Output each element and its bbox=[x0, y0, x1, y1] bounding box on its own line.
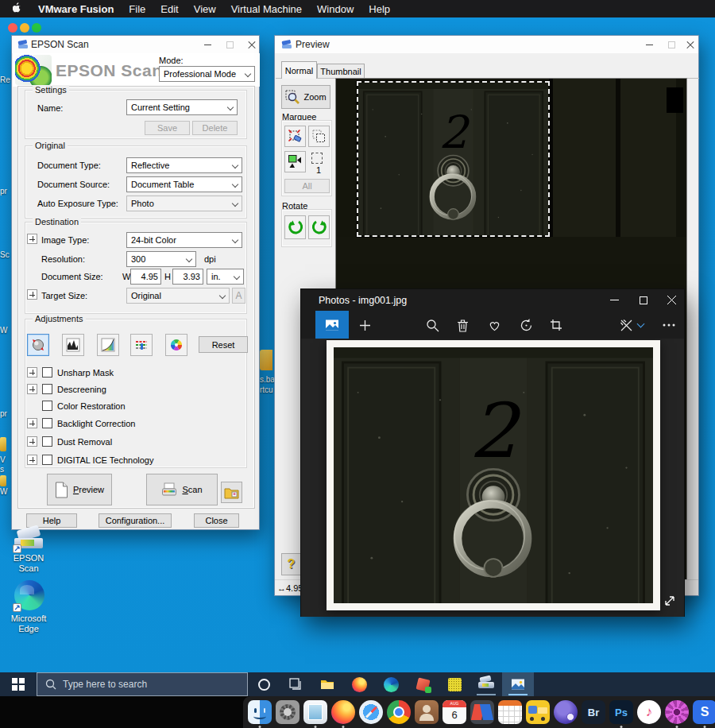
epson-maximize-button[interactable] bbox=[219, 36, 240, 53]
dock-calendar-icon[interactable]: AUG 6 bbox=[443, 700, 466, 724]
start-button[interactable] bbox=[0, 672, 37, 696]
preview-title-bar[interactable]: Preview bbox=[275, 36, 698, 53]
width-field[interactable] bbox=[130, 269, 161, 285]
color-restoration-checkbox[interactable] bbox=[42, 401, 52, 411]
dock-firefox-icon[interactable] bbox=[331, 700, 355, 724]
apple-icon[interactable] bbox=[13, 2, 23, 15]
cortana-button[interactable] bbox=[248, 672, 280, 696]
tab-normal[interactable]: Normal bbox=[281, 61, 317, 79]
scan-button[interactable]: Scan bbox=[146, 474, 218, 505]
unsharp-mask-checkbox[interactable] bbox=[42, 367, 52, 378]
document-source-select[interactable]: Document Table bbox=[126, 176, 242, 192]
dock-adobe-bridge-icon[interactable]: Br bbox=[582, 700, 605, 724]
descreening-expander[interactable] bbox=[27, 384, 37, 394]
zoom-button[interactable]: Zoom bbox=[281, 85, 330, 109]
desktop-icon-epson-scan[interactable]: EPSON Scan bbox=[3, 529, 54, 575]
see-more-button[interactable] bbox=[658, 314, 680, 336]
digital-ice-expander[interactable] bbox=[27, 455, 37, 465]
menu-view[interactable]: View bbox=[194, 3, 216, 15]
dock-scan-utility-icon[interactable] bbox=[554, 700, 578, 724]
target-size-edit-button[interactable]: A bbox=[232, 288, 245, 304]
task-view-button[interactable] bbox=[280, 672, 311, 696]
taskbar-thumbnail-button[interactable] bbox=[439, 672, 470, 696]
favorite-button[interactable] bbox=[483, 314, 505, 336]
backlight-correction-expander[interactable] bbox=[27, 418, 37, 428]
delete-button[interactable]: Delete bbox=[192, 121, 238, 135]
all-marquees-button[interactable]: All bbox=[284, 179, 330, 193]
delete-button[interactable] bbox=[451, 314, 473, 336]
image-type-expander[interactable] bbox=[27, 234, 37, 244]
file-explorer-button[interactable] bbox=[311, 672, 343, 696]
menu-edit[interactable]: Edit bbox=[160, 3, 178, 15]
dock-spreadsheet-icon[interactable] bbox=[498, 700, 522, 724]
dock-chrome-icon[interactable] bbox=[387, 700, 411, 724]
macos-close-button[interactable] bbox=[8, 23, 17, 33]
photos-minimize-button[interactable] bbox=[604, 289, 624, 311]
dock-music-icon[interactable]: ♪ bbox=[637, 700, 661, 724]
preview-button[interactable]: Preview bbox=[47, 474, 112, 505]
rotate-button[interactable] bbox=[515, 314, 537, 336]
taskbar-epson-scan-button[interactable] bbox=[470, 672, 502, 696]
auto-exposure-tool-button[interactable] bbox=[27, 334, 49, 356]
duplicate-marquee-button[interactable] bbox=[308, 126, 330, 147]
mode-select[interactable]: Professional Mode bbox=[159, 66, 255, 82]
dock-vmware-fusion-icon[interactable] bbox=[470, 700, 494, 724]
preview-minimize-button[interactable] bbox=[639, 36, 659, 53]
photos-title-bar[interactable]: Photos - img001.jpg bbox=[301, 289, 684, 311]
dock-safari-icon[interactable] bbox=[359, 700, 383, 724]
dock-system-preferences-icon[interactable] bbox=[276, 700, 300, 724]
menu-window[interactable]: Window bbox=[317, 3, 354, 15]
tab-thumbnail[interactable]: Thumbnail bbox=[317, 64, 365, 79]
menu-file[interactable]: File bbox=[129, 3, 145, 15]
descreening-checkbox[interactable] bbox=[42, 384, 52, 394]
taskbar-edge-button[interactable] bbox=[375, 672, 407, 696]
rotate-left-button[interactable] bbox=[284, 215, 306, 239]
document-type-select[interactable]: Reflective bbox=[126, 157, 242, 173]
dock-snagit-icon[interactable]: S bbox=[693, 700, 715, 724]
epson-close-button[interactable] bbox=[242, 36, 262, 53]
taskbar-photos-button[interactable] bbox=[502, 672, 534, 696]
dock-transmit-icon[interactable] bbox=[526, 700, 550, 724]
dust-removal-checkbox[interactable] bbox=[42, 436, 52, 447]
histogram-tool-button[interactable] bbox=[62, 334, 84, 356]
resolution-select[interactable]: 300 bbox=[126, 251, 196, 267]
reset-button[interactable]: Reset bbox=[199, 336, 248, 353]
target-size-select[interactable]: Original bbox=[126, 288, 230, 304]
preview-close-button[interactable] bbox=[680, 36, 701, 53]
edit-create-button[interactable] bbox=[617, 314, 646, 336]
crop-button[interactable] bbox=[545, 314, 567, 336]
close-button[interactable]: Close bbox=[194, 513, 239, 528]
collection-view-button[interactable] bbox=[315, 311, 349, 339]
menu-app-name[interactable]: VMware Fusion bbox=[38, 3, 114, 15]
photos-close-button[interactable] bbox=[661, 289, 682, 311]
dock-flower-app-icon[interactable] bbox=[665, 700, 689, 724]
unsharp-mask-expander[interactable] bbox=[27, 367, 37, 378]
menu-help[interactable]: Help bbox=[369, 3, 390, 15]
image-type-select[interactable]: 24-bit Color bbox=[126, 232, 242, 248]
preview-maximize-button[interactable] bbox=[661, 36, 682, 53]
rotate-right-button[interactable] bbox=[308, 215, 330, 239]
auto-locate-button[interactable] bbox=[284, 151, 306, 172]
save-button[interactable]: Save bbox=[145, 121, 190, 135]
height-field[interactable] bbox=[172, 269, 203, 285]
taskbar-photo-app-button[interactable] bbox=[407, 672, 439, 696]
unit-select[interactable]: in. bbox=[207, 269, 244, 285]
taskbar-firefox-button[interactable] bbox=[343, 672, 375, 696]
menu-virtual-machine[interactable]: Virtual Machine bbox=[231, 3, 302, 15]
backlight-correction-checkbox[interactable] bbox=[42, 418, 52, 428]
taskbar-search[interactable]: Type here to search bbox=[37, 672, 248, 696]
delete-marquee-button[interactable] bbox=[284, 126, 306, 147]
add-button[interactable] bbox=[354, 314, 376, 336]
scan-selection-marquee[interactable] bbox=[357, 81, 550, 237]
preview-help-button[interactable]: ? bbox=[281, 553, 301, 575]
macos-zoom-button[interactable] bbox=[32, 23, 41, 33]
image-adjustment-tool-button[interactable] bbox=[130, 334, 153, 356]
configuration-button[interactable]: Configuration... bbox=[99, 513, 172, 528]
auto-exposure-select[interactable]: Photo bbox=[126, 196, 242, 211]
epson-minimize-button[interactable] bbox=[197, 36, 218, 53]
target-size-expander[interactable] bbox=[27, 289, 37, 300]
digital-ice-checkbox[interactable] bbox=[42, 455, 52, 465]
dock-mail-icon[interactable] bbox=[303, 700, 327, 724]
zoom-button[interactable] bbox=[421, 314, 443, 336]
desktop-icon-microsoft-edge[interactable]: Microsoft Edge bbox=[3, 580, 54, 642]
